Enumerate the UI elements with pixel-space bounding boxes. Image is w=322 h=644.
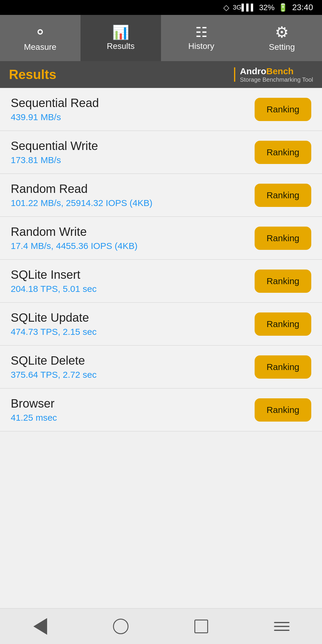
result-value-random-read: 101.22 MB/s, 25914.32 IOPS (4KB) bbox=[11, 198, 152, 208]
tab-history[interactable]: ☷ History bbox=[161, 15, 242, 61]
tab-results[interactable]: 📊 Results bbox=[80, 15, 161, 61]
result-info-sqlite-update: SQLite Update 474.73 TPS, 2.15 sec bbox=[11, 311, 97, 337]
setting-icon: ⚙ bbox=[275, 24, 289, 40]
ranking-btn-sqlite-delete[interactable]: Ranking bbox=[255, 355, 311, 379]
result-info-browser: Browser 41.25 msec bbox=[11, 397, 57, 423]
measure-icon: ⚬ bbox=[34, 24, 47, 40]
results-list: Sequential Read 439.91 MB/s Ranking Sequ… bbox=[0, 88, 322, 608]
status-bar: ◇ 3G▌▌▌ 32% 🔋 23:40 bbox=[0, 0, 322, 15]
results-title: Results bbox=[9, 67, 56, 82]
result-name-sequential-read: Sequential Read bbox=[11, 96, 99, 110]
result-name-sqlite-insert: SQLite Insert bbox=[11, 268, 97, 281]
result-sequential-read: Sequential Read 439.91 MB/s Ranking bbox=[0, 88, 322, 131]
result-random-write: Random Write 17.4 MB/s, 4455.36 IOPS (4K… bbox=[0, 217, 322, 260]
results-icon: 📊 bbox=[112, 25, 129, 39]
tab-setting-label: Setting bbox=[269, 42, 295, 52]
result-value-sqlite-update: 474.73 TPS, 2.15 sec bbox=[11, 327, 97, 337]
tab-measure-label: Measure bbox=[24, 42, 56, 52]
brand-divider bbox=[234, 67, 235, 82]
result-value-sqlite-delete: 375.64 TPS, 2.72 sec bbox=[11, 370, 97, 380]
result-sqlite-delete: SQLite Delete 375.64 TPS, 2.72 sec Ranki… bbox=[0, 346, 322, 388]
result-info-random-read: Random Read 101.22 MB/s, 25914.32 IOPS (… bbox=[11, 182, 152, 208]
ranking-btn-random-write[interactable]: Ranking bbox=[255, 227, 311, 250]
result-value-random-write: 17.4 MB/s, 4455.36 IOPS (4KB) bbox=[11, 241, 137, 251]
result-value-sequential-write: 173.81 MB/s bbox=[11, 155, 98, 165]
result-info-sequential-read: Sequential Read 439.91 MB/s bbox=[11, 96, 99, 122]
result-value-browser: 41.25 msec bbox=[11, 413, 57, 423]
result-sqlite-insert: SQLite Insert 204.18 TPS, 5.01 sec Ranki… bbox=[0, 260, 322, 303]
history-icon: ☷ bbox=[195, 25, 208, 39]
nav-back-button[interactable] bbox=[31, 617, 49, 635]
result-info-sequential-write: Sequential Write 173.81 MB/s bbox=[11, 139, 98, 165]
result-name-random-write: Random Write bbox=[11, 225, 137, 239]
result-info-sqlite-delete: SQLite Delete 375.64 TPS, 2.72 sec bbox=[11, 354, 97, 380]
ranking-btn-sequential-read[interactable]: Ranking bbox=[255, 98, 311, 121]
result-name-sqlite-update: SQLite Update bbox=[11, 311, 97, 324]
brand-name-part1: AndroBench bbox=[240, 66, 294, 76]
ranking-btn-sqlite-update[interactable]: Ranking bbox=[255, 312, 311, 336]
battery-percent: 32% bbox=[259, 3, 275, 12]
tab-setting[interactable]: ⚙ Setting bbox=[242, 15, 322, 61]
results-header: Results AndroBench Storage Benchmarking … bbox=[0, 61, 322, 88]
result-name-browser: Browser bbox=[11, 397, 57, 410]
back-icon bbox=[33, 618, 47, 635]
result-info-sqlite-insert: SQLite Insert 204.18 TPS, 5.01 sec bbox=[11, 268, 97, 294]
ranking-btn-random-read[interactable]: Ranking bbox=[255, 184, 311, 207]
menu-icon bbox=[274, 622, 290, 631]
result-name-sqlite-delete: SQLite Delete bbox=[11, 354, 97, 367]
status-time: 23:40 bbox=[292, 3, 313, 12]
brand-logo: AndroBench Storage Benchmarking Tool bbox=[234, 66, 313, 83]
result-value-sqlite-insert: 204.18 TPS, 5.01 sec bbox=[11, 284, 97, 294]
nav-menu-button[interactable] bbox=[273, 617, 291, 635]
tab-measure[interactable]: ⚬ Measure bbox=[0, 15, 80, 61]
signal-icon: 3G▌▌▌ bbox=[233, 4, 256, 11]
status-icons: ◇ 3G▌▌▌ 32% 🔋 bbox=[223, 3, 288, 12]
result-sequential-write: Sequential Write 173.81 MB/s Ranking bbox=[0, 131, 322, 174]
tab-results-label: Results bbox=[107, 41, 134, 51]
nav-home-button[interactable] bbox=[112, 617, 130, 635]
brand-name: AndroBench bbox=[240, 66, 313, 76]
result-info-random-write: Random Write 17.4 MB/s, 4455.36 IOPS (4K… bbox=[11, 225, 137, 251]
result-random-read: Random Read 101.22 MB/s, 25914.32 IOPS (… bbox=[0, 174, 322, 217]
result-sqlite-update: SQLite Update 474.73 TPS, 2.15 sec Ranki… bbox=[0, 303, 322, 346]
result-name-sequential-write: Sequential Write bbox=[11, 139, 98, 153]
nav-recents-button[interactable] bbox=[192, 617, 210, 635]
ranking-btn-browser[interactable]: Ranking bbox=[255, 398, 311, 422]
battery-icon: 🔋 bbox=[278, 3, 288, 12]
result-value-sequential-read: 439.91 MB/s bbox=[11, 112, 99, 122]
result-browser: Browser 41.25 msec Ranking bbox=[0, 388, 322, 431]
nav-bar bbox=[0, 608, 322, 644]
ranking-btn-sequential-write[interactable]: Ranking bbox=[255, 141, 311, 164]
home-icon bbox=[113, 619, 129, 634]
result-name-random-read: Random Read bbox=[11, 182, 152, 196]
wifi-icon: ◇ bbox=[223, 3, 229, 12]
brand-subtitle: Storage Benchmarking Tool bbox=[240, 76, 313, 83]
tab-history-label: History bbox=[188, 41, 214, 51]
ranking-btn-sqlite-insert[interactable]: Ranking bbox=[255, 270, 311, 293]
tab-bar: ⚬ Measure 📊 Results ☷ History ⚙ Setting bbox=[0, 15, 322, 61]
brand-block: AndroBench Storage Benchmarking Tool bbox=[240, 66, 313, 83]
recents-icon bbox=[194, 620, 208, 633]
